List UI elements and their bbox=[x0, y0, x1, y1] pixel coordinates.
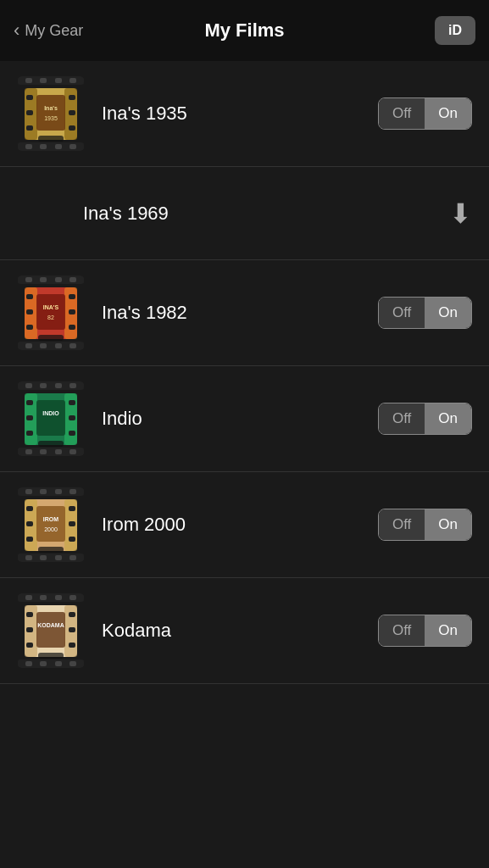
toggle-on-indio[interactable]: On bbox=[425, 403, 471, 434]
film-item-indio: INDIO Indio Off On bbox=[0, 366, 489, 472]
svg-rect-47 bbox=[69, 506, 75, 511]
svg-rect-3 bbox=[36, 95, 65, 131]
chevron-left-icon: ‹ bbox=[14, 19, 19, 42]
toggle-off-inas1982[interactable]: Off bbox=[379, 298, 425, 328]
film-item-irom2000: IROM 2000 Irom 2000 Off On bbox=[0, 472, 489, 578]
toggle-on-kodama[interactable]: On bbox=[425, 615, 471, 646]
back-button[interactable]: ‹ My Gear bbox=[14, 19, 115, 42]
svg-rect-8 bbox=[26, 125, 33, 131]
film-toggle-inas1935[interactable]: Off On bbox=[378, 97, 472, 130]
toggle-on-inas1935[interactable]: On bbox=[425, 98, 471, 129]
id-button[interactable]: iD bbox=[435, 16, 475, 45]
svg-rect-32 bbox=[26, 415, 33, 420]
svg-rect-10 bbox=[69, 110, 75, 115]
svg-text:82: 82 bbox=[47, 314, 54, 320]
film-thumbnail-irom2000: IROM 2000 bbox=[17, 487, 85, 562]
svg-rect-34 bbox=[69, 400, 75, 405]
svg-rect-59 bbox=[69, 612, 75, 617]
film-item-inas1935: Ina's 1935 Ina's 1935 Off On bbox=[0, 61, 489, 167]
svg-rect-60 bbox=[69, 627, 75, 632]
film-thumbnail-inas1982: INA'S 82 bbox=[17, 275, 85, 350]
toggle-switch-indio[interactable]: Off On bbox=[378, 403, 472, 435]
film-thumbnail-indio: INDIO bbox=[17, 381, 85, 456]
svg-rect-31 bbox=[26, 400, 33, 405]
toggle-switch-kodama[interactable]: Off On bbox=[378, 615, 472, 647]
svg-rect-24 bbox=[69, 325, 75, 330]
svg-rect-29 bbox=[36, 400, 65, 436]
svg-rect-9 bbox=[69, 95, 75, 100]
svg-rect-19 bbox=[26, 294, 33, 299]
back-label: My Gear bbox=[25, 22, 83, 40]
film-name-inas1982: Ina's 1982 bbox=[102, 302, 378, 324]
download-icon[interactable]: ⬇ bbox=[449, 198, 472, 230]
svg-rect-12 bbox=[38, 136, 64, 142]
film-name-kodama: Kodama bbox=[102, 620, 378, 642]
film-thumbnail-kodama: KODAMA bbox=[17, 593, 85, 668]
svg-rect-41 bbox=[36, 506, 65, 542]
toggle-on-irom2000[interactable]: On bbox=[425, 509, 471, 540]
film-list: Ina's 1935 Ina's 1935 Off On Ina bbox=[0, 61, 489, 684]
svg-rect-44 bbox=[26, 506, 33, 511]
svg-rect-48 bbox=[69, 521, 75, 526]
toggle-off-indio[interactable]: Off bbox=[379, 403, 425, 434]
toggle-on-inas1982[interactable]: On bbox=[425, 298, 471, 328]
svg-rect-25 bbox=[38, 335, 64, 341]
svg-rect-46 bbox=[26, 537, 33, 542]
film-name-irom2000: Irom 2000 bbox=[102, 514, 378, 536]
svg-text:2000: 2000 bbox=[44, 526, 58, 532]
svg-rect-45 bbox=[26, 521, 33, 526]
film-name-inas1969: Ina's 1969 bbox=[83, 203, 449, 225]
svg-rect-16 bbox=[36, 294, 65, 330]
svg-rect-61 bbox=[69, 643, 75, 648]
svg-rect-23 bbox=[69, 309, 75, 314]
film-item-kodama: KODAMA Kodama Off On bbox=[0, 578, 489, 684]
film-toggle-indio[interactable]: Off On bbox=[378, 403, 472, 435]
svg-rect-36 bbox=[69, 431, 75, 436]
svg-rect-50 bbox=[38, 547, 64, 553]
svg-rect-49 bbox=[69, 537, 75, 542]
svg-rect-58 bbox=[26, 643, 33, 648]
page-title: My Films bbox=[204, 19, 284, 42]
film-thumbnail-inas1935: Ina's 1935 bbox=[17, 76, 85, 151]
film-toggle-inas1982[interactable]: Off On bbox=[378, 297, 472, 329]
svg-text:KODAMA: KODAMA bbox=[37, 622, 64, 628]
film-download-inas1969[interactable]: ⬇ bbox=[449, 198, 472, 230]
svg-text:INA'S: INA'S bbox=[43, 304, 59, 310]
svg-rect-54 bbox=[36, 612, 65, 648]
film-toggle-kodama[interactable]: Off On bbox=[378, 615, 472, 647]
svg-rect-35 bbox=[69, 415, 75, 420]
film-name-inas1935: Ina's 1935 bbox=[102, 103, 378, 125]
toggle-switch-inas1935[interactable]: Off On bbox=[378, 97, 472, 130]
svg-text:1935: 1935 bbox=[44, 115, 58, 121]
toggle-switch-irom2000[interactable]: Off On bbox=[378, 509, 472, 541]
svg-rect-22 bbox=[69, 294, 75, 299]
svg-rect-33 bbox=[26, 431, 33, 436]
svg-text:Ina's: Ina's bbox=[44, 105, 58, 111]
svg-rect-57 bbox=[26, 627, 33, 632]
film-name-indio: Indio bbox=[102, 408, 378, 430]
svg-rect-20 bbox=[26, 309, 33, 314]
svg-rect-37 bbox=[38, 441, 64, 447]
toggle-off-inas1935[interactable]: Off bbox=[379, 98, 425, 129]
toggle-switch-inas1982[interactable]: Off On bbox=[378, 297, 472, 329]
film-item-inas1969: Ina's 1969 ⬇ bbox=[0, 167, 489, 260]
svg-rect-11 bbox=[69, 125, 75, 131]
svg-rect-56 bbox=[26, 612, 33, 617]
toggle-off-kodama[interactable]: Off bbox=[379, 615, 425, 646]
svg-text:INDIO: INDIO bbox=[42, 410, 59, 416]
film-toggle-irom2000[interactable]: Off On bbox=[378, 509, 472, 541]
svg-rect-21 bbox=[26, 325, 33, 330]
svg-rect-7 bbox=[26, 110, 33, 115]
toggle-off-irom2000[interactable]: Off bbox=[379, 509, 425, 540]
film-item-inas1982: INA'S 82 Ina's 1982 Off On bbox=[0, 260, 489, 366]
svg-text:IROM: IROM bbox=[43, 516, 58, 522]
svg-rect-62 bbox=[38, 653, 64, 659]
svg-rect-6 bbox=[26, 95, 33, 100]
header: ‹ My Gear My Films iD bbox=[0, 0, 489, 61]
